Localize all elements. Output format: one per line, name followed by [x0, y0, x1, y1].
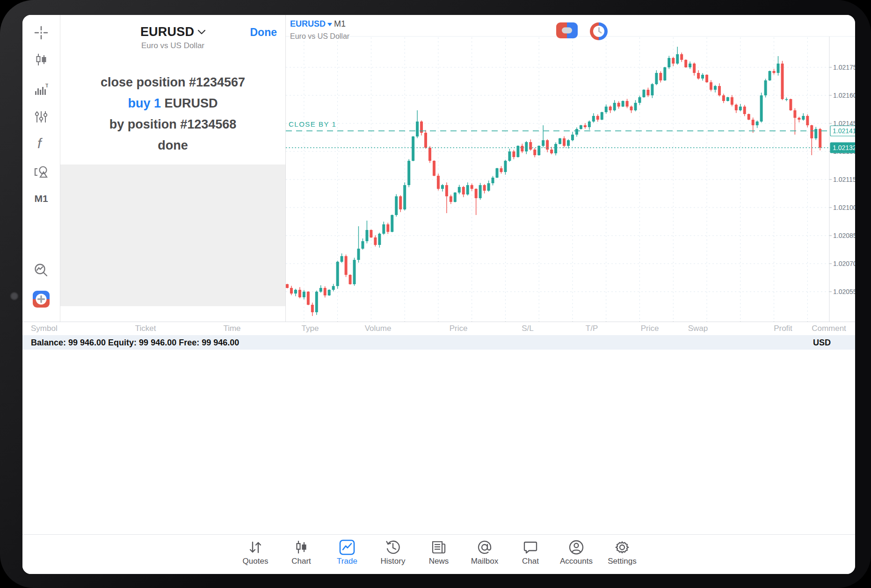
upper-content: TfM1 EURUSD Euro vs US Dollar Done close… — [22, 15, 855, 322]
panel-header: EURUSD Euro vs US Dollar Done — [60, 15, 285, 50]
nav-tab-label: Chart — [278, 557, 324, 566]
order-text: done — [158, 138, 188, 152]
history-clock-icon — [370, 539, 416, 556]
chart-header[interactable]: EURUSDM1 Euro vs US Dollar — [290, 18, 349, 43]
order-line: close position #1234567 — [60, 72, 285, 93]
nav-tab-accounts[interactable]: Accounts — [553, 535, 599, 566]
tool-candlestick-style-icon[interactable] — [22, 50, 60, 70]
quotes-arrows-icon — [232, 539, 278, 556]
tool-add-widget-icon[interactable] — [22, 289, 60, 309]
caret-down-icon — [327, 23, 332, 26]
column-header-ticket: Ticket — [135, 324, 156, 333]
current-price-tag: 1.02132 — [833, 144, 855, 151]
column-header-profit: Profit — [774, 324, 792, 333]
nav-tab-chart[interactable]: Chart — [278, 535, 324, 566]
news-paper-icon — [416, 539, 462, 556]
order-summary: close position #1234567buy 1 EURUSDby po… — [60, 72, 285, 156]
nav-tab-label: Trade — [324, 557, 370, 566]
toggle-widget-icon[interactable] — [556, 22, 578, 38]
nav-tab-label: News — [416, 557, 462, 566]
nav-tab-settings[interactable]: Settings — [599, 535, 645, 566]
trade-zigzag-icon — [324, 539, 370, 556]
chart-symbol-label[interactable]: EURUSD — [290, 19, 326, 29]
nav-tab-label: Accounts — [553, 557, 599, 566]
tool-indicator-bars-icon[interactable]: T — [22, 79, 60, 100]
order-text: close position #1234567 — [101, 75, 245, 89]
close-by-price-tag: 1.02141 — [833, 127, 855, 135]
candlestick-chart[interactable]: 1.021751.021601.021451.021301.021151.021… — [286, 33, 855, 339]
order-panel: EURUSD Euro vs US Dollar Done close posi… — [60, 15, 286, 322]
nav-tab-label: Mailbox — [462, 557, 508, 566]
tablet-bezel: TfM1 EURUSD Euro vs US Dollar Done close… — [0, 0, 871, 588]
chart-candles-icon — [278, 539, 324, 556]
order-line: by position #1234568 — [60, 114, 285, 135]
chart-toolbar: TfM1 — [22, 15, 60, 322]
account-currency: USD — [813, 338, 831, 348]
order-line: done — [60, 135, 285, 156]
column-header-comment: Comment — [812, 324, 846, 333]
chart-timeframe-label: M1 — [334, 19, 346, 29]
close-by-line-label: CLOSE BY 1 — [289, 120, 336, 128]
column-header-sl: S/L — [522, 324, 534, 333]
front-camera — [10, 292, 19, 301]
chevron-down-icon — [198, 23, 205, 38]
chat-bubble-icon — [508, 539, 553, 556]
order-line: buy 1 EURUSD — [60, 93, 285, 114]
column-header-volume: Volume — [365, 324, 392, 333]
app-screen: TfM1 EURUSD Euro vs US Dollar Done close… — [22, 15, 855, 574]
chart-symbol-description: Euro vs US Dollar — [290, 30, 349, 43]
price-axis-label: 1.02100 — [833, 204, 855, 211]
toggle-pill — [562, 28, 572, 34]
price-axis-label: 1.02115 — [833, 176, 855, 183]
tool-indicator-settings-icon[interactable] — [22, 107, 60, 127]
accounts-person-icon — [553, 539, 599, 556]
tool-timeframe[interactable]: M1 — [22, 188, 60, 209]
column-header-time: Time — [223, 324, 240, 333]
timeframe-label: M1 — [34, 193, 48, 204]
nav-tab-quotes[interactable]: Quotes — [232, 535, 278, 566]
panel-gray-area — [60, 165, 285, 306]
symbol-description: Euro vs US Dollar — [60, 41, 285, 50]
svg-text:f: f — [37, 136, 43, 151]
chart-area[interactable]: EURUSDM1 Euro vs US Dollar 1.021751.0216… — [286, 15, 855, 322]
price-axis-label: 1.02085 — [833, 232, 855, 239]
column-header-symbol: Symbol — [31, 324, 58, 333]
column-header-price: Price — [450, 324, 468, 333]
nav-tab-label: Settings — [599, 557, 645, 566]
bottom-navigation: QuotesChartTradeHistoryNewsMailboxChatAc… — [22, 534, 855, 574]
svg-text:T: T — [45, 83, 48, 88]
positions-table-header: SymbolTicketTimeTypeVolumePriceS/LT/PPri… — [22, 322, 855, 336]
account-balance-bar: Balance: 99 946.00 Equity: 99 946.00 Fre… — [22, 335, 855, 350]
nav-tab-history[interactable]: History — [370, 535, 416, 566]
column-header-swap: Swap — [688, 324, 708, 333]
column-header-type: Type — [302, 324, 319, 333]
balance-summary: Balance: 99 946.00 Equity: 99 946.00 Fre… — [31, 338, 239, 348]
symbol-label: EURUSD — [140, 25, 194, 39]
nav-tab-trade[interactable]: Trade — [324, 535, 370, 566]
column-header-tp: T/P — [586, 324, 598, 333]
tool-zoom-search-icon[interactable] — [22, 260, 60, 280]
nav-tab-mailbox[interactable]: Mailbox — [462, 535, 508, 566]
tool-function-icon[interactable]: f — [22, 134, 60, 154]
tool-crosshair-icon[interactable] — [22, 22, 60, 43]
mailbox-at-icon — [462, 539, 508, 556]
order-action-accent: buy 1 — [128, 96, 161, 110]
column-header-price: Price — [641, 324, 659, 333]
price-axis-label: 1.02160 — [833, 92, 855, 99]
nav-tab-label: Quotes — [232, 557, 278, 566]
price-axis-label: 1.02070 — [833, 260, 855, 267]
order-text: EURUSD — [161, 96, 218, 110]
settings-gear-icon — [599, 539, 645, 556]
done-button[interactable]: Done — [250, 26, 277, 39]
order-text: by position #1234568 — [109, 117, 237, 131]
nav-tab-label: History — [370, 557, 416, 566]
tool-objects-icon[interactable] — [22, 162, 60, 182]
nav-tab-chat[interactable]: Chat — [508, 535, 553, 566]
price-axis-label: 1.02175 — [833, 64, 855, 71]
nav-tab-label: Chat — [508, 557, 553, 566]
price-axis-label: 1.02055 — [833, 288, 855, 295]
nav-tab-news[interactable]: News — [416, 535, 462, 566]
clock-widget-icon[interactable] — [590, 22, 608, 40]
